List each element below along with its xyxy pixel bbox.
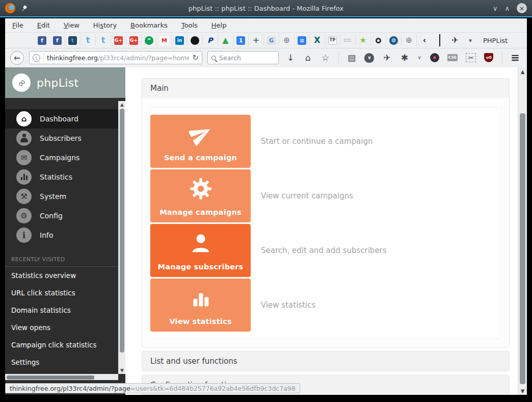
sidebar-horizontal-scrollbar[interactable] [5, 374, 118, 380]
sidebar-item-subscribers[interactable]: Subscribers [5, 129, 118, 148]
home-icon: ⌂ [16, 111, 32, 127]
google-plus-icon[interactable]: G+ [114, 36, 123, 45]
globe-icon[interactable]: ⊕ [405, 36, 413, 45]
sidebar-item-label: Config [40, 212, 63, 220]
facebook-icon[interactable]: f [38, 36, 46, 45]
recent-item-view-opens[interactable]: View opens [5, 319, 118, 336]
translate-icon[interactable]: G [267, 36, 276, 45]
button-send-a-campaign[interactable]: Send a campaign [150, 115, 251, 168]
clipboard-icon[interactable]: ▤ [347, 53, 356, 63]
back-button[interactable]: ← [10, 51, 24, 65]
maximize-button[interactable]: ∧ [504, 5, 510, 12]
button-label: Manage subscribers [158, 263, 244, 271]
sidebar-item-label: Statistics [40, 173, 72, 181]
google-plus-icon[interactable]: G+ [129, 36, 138, 45]
twitter-bird-icon[interactable]: t [99, 36, 108, 45]
screenshot-scissors-icon[interactable]: ✂ [466, 53, 476, 62]
bookmark-folder-phplist[interactable]: PHPList [483, 37, 508, 44]
ring-icon[interactable] [376, 38, 381, 43]
recent-item-url-click-statistics[interactable]: URL click statistics [5, 284, 118, 302]
menu-help[interactable]: Help [211, 21, 227, 29]
move-cross-icon[interactable]: + [252, 36, 260, 45]
recent-item-statistics-overview[interactable]: Statistics overview [5, 267, 118, 284]
browser-scrollbar[interactable]: ▲ ▼ [518, 67, 527, 395]
facebook-icon[interactable]: f [53, 36, 62, 45]
panel-main: MainSend a campaignStart or continue a c… [142, 78, 510, 347]
minimize-button[interactable]: ∨ [493, 5, 498, 12]
pocket-icon[interactable]: ∨ [364, 53, 374, 63]
sidebar-item-campaigns[interactable]: ✉Campaigns [5, 148, 118, 167]
download-icon[interactable]: ↓ [286, 53, 295, 63]
url-bar[interactable]: i thinkingfree.org/pl33rc4/admin/?page=h… [29, 51, 202, 64]
gear-badge-icon[interactable]: ⚙ [389, 36, 398, 45]
github-icon[interactable] [191, 36, 199, 45]
panel-list-and-user-functions: List and user functions [142, 351, 510, 371]
menu-bookmarks[interactable]: Bookmarks [130, 21, 168, 29]
sidebar-item-label: Dashboard [40, 115, 78, 123]
caret-bar-icon[interactable] [439, 34, 440, 46]
airplane-icon[interactable]: ✈ [451, 36, 460, 45]
tp-icon[interactable]: TP [328, 36, 337, 45]
chevron-down-icon[interactable]: ▾ [466, 36, 475, 45]
send-plane-icon[interactable]: ✈ [383, 53, 392, 63]
sidebar-item-label: Info [40, 231, 54, 239]
button-view-statistics[interactable]: View statistics [150, 279, 251, 332]
sidebar-item-dashboard[interactable]: ⌂Dashboard [5, 109, 118, 129]
google-drive-icon[interactable]: ▲ [221, 36, 230, 45]
menu-view[interactable]: View [64, 21, 79, 29]
ublock-icon[interactable]: uO [484, 53, 493, 62]
phplist-logo-icon: ∞ [12, 73, 31, 92]
scrollbar-thumb[interactable] [520, 113, 525, 384]
button-description: Start or continue a campaign [261, 137, 373, 146]
recent-item-campaign-click-statistics[interactable]: Campaign click statistics [5, 336, 118, 354]
recent-item-domain-statistics[interactable]: Domain statistics [5, 302, 118, 319]
firefox-icon [5, 3, 15, 13]
xing-icon[interactable]: X [313, 36, 322, 45]
scroll-up-arrow-icon[interactable]: ▲ [518, 67, 527, 76]
sidebar-vertical-scrollbar[interactable]: ▲ ▼ [118, 101, 125, 374]
site-info-icon[interactable]: i [33, 54, 40, 62]
scroll-down-arrow-icon[interactable]: ▼ [119, 367, 125, 374]
url-text[interactable]: thinkingfree.org/pl33rc4/admin/?page=hom… [47, 54, 189, 62]
sidebar-item-config[interactable]: ⚙Config [5, 206, 118, 225]
globe-icon[interactable]: ⊕ [282, 36, 291, 45]
twitter-bird-icon[interactable]: t [84, 36, 92, 45]
scroll-down-arrow-icon[interactable]: ▼ [518, 387, 527, 395]
button-manage-subscribers[interactable]: Manage subscribers [150, 224, 251, 277]
close-button[interactable]: × [517, 3, 527, 13]
search-input[interactable]: Search [207, 51, 279, 64]
button-manage-campaigns[interactable]: Manage campaigns [150, 169, 251, 222]
chevron-down-icon[interactable]: ∨ [417, 53, 421, 63]
linkedin-icon[interactable]: in [175, 36, 184, 45]
menu-edit[interactable]: Edit [37, 21, 50, 29]
sidebar-item-system[interactable]: ⚒System [5, 187, 118, 206]
paypal-icon[interactable]: P [206, 36, 215, 45]
star-cursor-icon[interactable]: ★ [359, 36, 367, 45]
hangouts-icon[interactable]: ” [145, 36, 153, 45]
bookmark-star-icon[interactable]: ☆ [321, 53, 330, 63]
button-label: Manage campaigns [159, 208, 242, 216]
reload-icon[interactable]: ↻ [192, 53, 199, 62]
scroll-up-arrow-icon[interactable]: ▲ [119, 101, 125, 108]
twitter-badge-icon[interactable]: t [68, 36, 77, 45]
extension-moth-icon[interactable]: ✱ [400, 53, 409, 63]
menu-tools[interactable]: Tools [181, 21, 198, 29]
list-icon[interactable]: ≔ [343, 36, 352, 45]
colorzilla-icon[interactable] [430, 53, 439, 62]
recent-item-settings[interactable]: Settings [5, 354, 118, 371]
gmail-icon[interactable]: M [160, 36, 169, 45]
menu-hamburger-icon[interactable]: ≡ [511, 53, 520, 63]
menu-history[interactable]: History [93, 21, 117, 29]
scrollbar-thumb[interactable] [120, 109, 124, 353]
tab-1-icon[interactable]: 1 [236, 36, 245, 45]
css-badge-icon[interactable]: CSS [447, 54, 458, 61]
sidebar-item-statistics[interactable]: Statistics [5, 167, 118, 187]
url-host: thinkingfree.org [47, 54, 98, 62]
dashboard-row: Manage campaignsView current campaigns [150, 169, 493, 222]
scrollbar-thumb[interactable] [7, 375, 94, 380]
notes-icon[interactable]: ≡ [298, 36, 306, 45]
home-icon[interactable]: ⌂ [303, 53, 312, 63]
menu-file[interactable]: File [12, 21, 23, 29]
chevron-left-icon[interactable]: ‹ [420, 36, 429, 45]
sidebar-item-info[interactable]: iInfo [5, 225, 118, 245]
